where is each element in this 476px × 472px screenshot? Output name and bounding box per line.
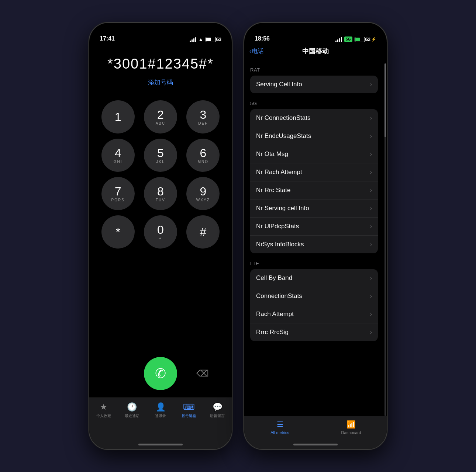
tab-voicemail[interactable]: 💬 语音留言 xyxy=(203,402,232,419)
status-time-2: 18:56 xyxy=(255,35,270,42)
rrrc-rrcsig-label: Rrrc RrcSig xyxy=(256,329,289,336)
menu-group-lte: Cell By Band › ConnectionStats › Rach At… xyxy=(250,269,378,341)
chevron-right-icon-9: › xyxy=(370,275,372,281)
nr-endcusagestats-label: Nr EndcUsageStats xyxy=(256,132,311,140)
menu-item-nr-rrc-state[interactable]: Nr Rrc State › xyxy=(250,181,378,199)
nrsys-infoblocks-label: NrSys InfoBlocks xyxy=(256,241,304,248)
chevron-right-icon-1: › xyxy=(370,115,372,121)
battery-percent: 53 xyxy=(217,37,221,42)
dialer-screen: 17:41 ▲ 53 *3001#12345#* 添加号码 xyxy=(89,23,232,449)
key-6[interactable]: 6 MNO xyxy=(186,139,220,172)
ft-tab-all-metrics-label: All metrics xyxy=(270,430,289,435)
menu-item-rrrc-rrcsig[interactable]: Rrrc RrcSig › xyxy=(250,323,378,341)
tab-contacts-label: 通讯录 xyxy=(155,413,166,419)
key-hash[interactable]: # xyxy=(186,215,220,249)
tab-recents[interactable]: 🕐 最近通话 xyxy=(118,402,146,419)
key-2[interactable]: 2 ABC xyxy=(144,100,177,133)
rach-attempt-label: Rach Attempt xyxy=(256,310,294,318)
section-header-rat: RAT xyxy=(250,67,378,73)
nav-bar-2: ‹ 电话 中国移动 xyxy=(244,43,387,59)
section-header-5g: 5G xyxy=(250,101,378,106)
menu-item-nr-ota-msg[interactable]: Nr Ota Msg › xyxy=(250,145,378,163)
tab-favorites-label: 个人收藏 xyxy=(96,413,111,419)
nr-rach-attempt-label: Nr Rach Attempt xyxy=(256,169,302,176)
home-indicator-1 xyxy=(138,444,183,445)
nr-serving-cell-label: Nr Serving cell Info xyxy=(256,205,309,212)
keypad-icon: ⌨ xyxy=(183,402,195,412)
nr-rrc-state-label: Nr Rrc State xyxy=(256,187,291,194)
menu-item-nr-ulpdcpstats[interactable]: Nr UlPdcpStats › xyxy=(250,218,378,236)
menu-item-cell-by-band[interactable]: Cell By Band › xyxy=(250,269,378,287)
list-icon: ☰ xyxy=(277,420,283,429)
chevron-right-icon-12: › xyxy=(370,329,372,336)
key-9[interactable]: 9 WXYZ xyxy=(186,177,220,210)
back-label: 电话 xyxy=(252,48,264,55)
tab-bar-1: ★ 个人收藏 🕐 最近通话 👤 通讯录 ⌨ 拨号键盘 💬 语音留言 xyxy=(89,398,232,449)
battery-2: 52 ⚡ xyxy=(355,37,376,42)
menu-item-nrsys-infoblocks[interactable]: NrSys InfoBlocks › xyxy=(250,236,378,253)
menu-group-rat: Serving Cell Info › xyxy=(250,76,378,93)
status-icons-1: ▲ 53 xyxy=(190,37,221,42)
chevron-right-icon-11: › xyxy=(370,311,372,317)
key-1[interactable]: 1 xyxy=(101,100,135,133)
key-5[interactable]: 5 JKL xyxy=(144,139,177,172)
dynamic-island-2 xyxy=(295,29,336,41)
battery-1: 53 xyxy=(206,37,221,42)
wifi-icon: ▲ xyxy=(199,37,203,42)
battery-percent-2: 52 xyxy=(366,37,370,42)
key-4[interactable]: 4 GHI xyxy=(101,139,135,172)
chevron-right-icon-10: › xyxy=(370,293,372,299)
tab-voicemail-label: 语音留言 xyxy=(210,413,225,419)
menu-item-nr-endcusagestats[interactable]: Nr EndcUsageStats › xyxy=(250,127,378,145)
add-number-link[interactable]: 添加号码 xyxy=(89,78,232,87)
backspace-icon: ⌫ xyxy=(196,368,209,379)
menu-item-nr-serving-cell[interactable]: Nr Serving cell Info › xyxy=(250,199,378,218)
status-icons-2: 5G 52 ⚡ xyxy=(335,37,376,42)
phone-2: 18:56 5G 52 ⚡ ‹ 电话 中国移动 xyxy=(244,22,387,450)
menu-item-connectionstats[interactable]: ConnectionStats › xyxy=(250,287,378,305)
placeholder-left xyxy=(107,362,130,385)
ft-tab-dashboard[interactable]: 📶 Dashboard xyxy=(315,420,387,435)
field-test-screen: 18:56 5G 52 ⚡ ‹ 电话 中国移动 xyxy=(244,23,387,449)
tab-favorites[interactable]: ★ 个人收藏 xyxy=(89,402,118,419)
chevron-right-icon-8: › xyxy=(370,241,372,248)
dialed-number: *3001#12345#* xyxy=(89,56,232,72)
dialer-actions: ✆ ⌫ xyxy=(89,357,232,390)
menu-item-rach-attempt[interactable]: Rach Attempt › xyxy=(250,305,378,323)
phone-icon: ✆ xyxy=(155,366,166,381)
menu-item-serving-cell[interactable]: Serving Cell Info › xyxy=(250,76,378,93)
nr-ulpdcpstats-label: Nr UlPdcpStats xyxy=(256,223,299,230)
key-3[interactable]: 3 DEF xyxy=(186,100,220,133)
key-star[interactable]: * xyxy=(101,215,135,249)
key-7[interactable]: 7 PQRS xyxy=(101,177,135,210)
key-8[interactable]: 8 TUV xyxy=(144,177,177,210)
chevron-right-icon-7: › xyxy=(370,223,372,230)
tab-keypad-label: 拨号键盘 xyxy=(182,413,196,419)
tab-recents-label: 最近通话 xyxy=(125,413,139,419)
person-icon: 👤 xyxy=(156,402,166,412)
connectionstats-label: ConnectionStats xyxy=(256,292,302,300)
menu-item-nr-rach-attempt[interactable]: Nr Rach Attempt › xyxy=(250,163,378,181)
back-button[interactable]: ‹ 电话 xyxy=(249,48,264,55)
chevron-right-icon-3: › xyxy=(370,151,372,157)
tab-contacts[interactable]: 👤 通讯录 xyxy=(146,402,175,419)
charging-icon: ⚡ xyxy=(371,37,376,42)
keypad-row-2: 4 GHI 5 JKL 6 MNO xyxy=(97,139,224,172)
signal-dashboard-icon: 📶 xyxy=(346,420,356,429)
key-0[interactable]: 0 + xyxy=(144,215,177,249)
signal-icon xyxy=(190,37,196,42)
delete-button[interactable]: ⌫ xyxy=(192,362,214,385)
nav-title: 中国移动 xyxy=(302,47,329,56)
status-time-1: 17:41 xyxy=(100,35,115,42)
ft-tab-all-metrics[interactable]: ☰ All metrics xyxy=(244,420,315,435)
menu-item-nr-connectionstats[interactable]: Nr ConnectionStats › xyxy=(250,109,378,127)
chevron-right-icon-0: › xyxy=(370,81,372,88)
cell-by-band-label: Cell By Band xyxy=(256,274,292,282)
scrollbar-thumb[interactable] xyxy=(384,63,386,137)
chevron-right-icon-5: › xyxy=(370,187,372,194)
voicemail-icon: 💬 xyxy=(213,402,223,412)
dynamic-island xyxy=(140,29,181,41)
call-button[interactable]: ✆ xyxy=(144,357,177,390)
keypad: 1 2 ABC 3 DEF 4 GHI 5 JKL xyxy=(89,100,232,254)
tab-keypad[interactable]: ⌨ 拨号键盘 xyxy=(175,402,203,419)
